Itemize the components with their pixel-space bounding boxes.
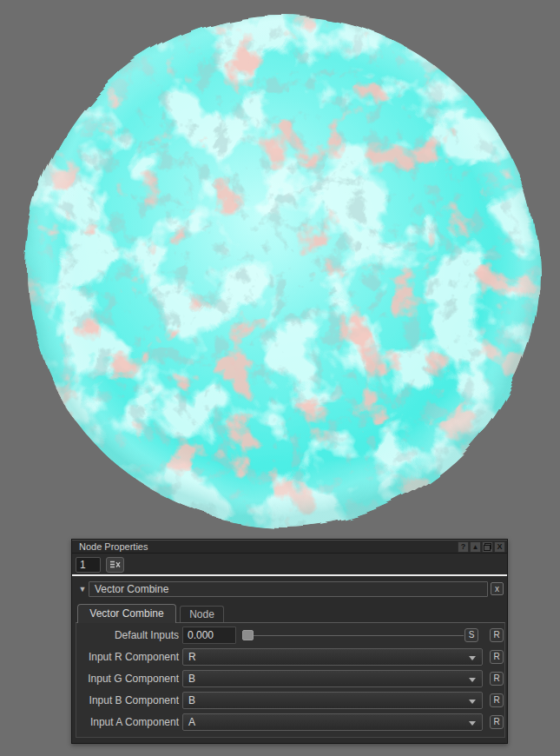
clear-list-icon xyxy=(109,560,121,569)
chevron-down-icon xyxy=(469,700,476,704)
field-label: Input B Component xyxy=(72,692,179,709)
3d-viewport[interactable] xyxy=(0,0,560,537)
default-inputs-row: Default Inputs 0.000 S R xyxy=(72,627,507,644)
dropdown-value: B xyxy=(188,673,195,685)
default-inputs-value-field[interactable]: 0.000 xyxy=(182,627,236,644)
field-label: Input A Component xyxy=(72,713,179,731)
close-icon[interactable]: X xyxy=(494,541,505,553)
help-icon[interactable]: ? xyxy=(458,541,469,553)
reset-button[interactable]: R xyxy=(490,715,504,729)
input-r-component-dropdown[interactable]: R xyxy=(182,648,483,666)
collapse-triangle-icon[interactable]: ▼ xyxy=(77,582,88,596)
chevron-down-icon xyxy=(469,678,476,682)
input-g-component-row: Input G Component B R xyxy=(72,670,507,687)
panel-titlebar[interactable]: Node Properties ? ▲ X xyxy=(72,540,507,554)
field-label: Default Inputs xyxy=(72,627,179,644)
reset-button[interactable]: R xyxy=(490,628,504,642)
chevron-down-icon xyxy=(469,721,476,726)
reset-button[interactable]: R xyxy=(490,650,504,664)
dropdown-value: A xyxy=(188,716,195,728)
chevron-down-icon xyxy=(469,656,476,660)
minimize-icon[interactable]: ▲ xyxy=(470,541,481,553)
panel-title: Node Properties xyxy=(79,541,148,553)
dropdown-value: R xyxy=(188,651,196,663)
input-b-component-dropdown[interactable]: B xyxy=(182,692,483,709)
field-label: Input G Component xyxy=(72,670,179,687)
sphere-object[interactable] xyxy=(0,0,560,537)
default-inputs-slider-handle[interactable] xyxy=(242,630,254,640)
dropdown-value: B xyxy=(188,694,195,706)
input-g-component-dropdown[interactable]: B xyxy=(182,670,483,687)
input-a-component-dropdown[interactable]: A xyxy=(182,713,483,731)
reset-button[interactable]: R xyxy=(490,693,504,707)
default-inputs-slider-track[interactable] xyxy=(245,635,464,636)
titlebar-buttons: ? ▲ X xyxy=(458,541,505,553)
node-properties-panel: Node Properties ? ▲ X ▼ Vector Combine x… xyxy=(71,539,508,744)
input-a-component-row: Input A Component A R xyxy=(72,713,507,731)
node-close-button[interactable]: x xyxy=(491,582,504,595)
panel-count-input[interactable] xyxy=(76,557,101,573)
input-b-component-row: Input B Component B R xyxy=(72,692,507,709)
overlapping-windows-icon xyxy=(484,543,491,551)
app-window: Node Properties ? ▲ X ▼ Vector Combine x… xyxy=(0,0,560,756)
panel-divider xyxy=(72,574,507,576)
input-r-component-row: Input R Component R R xyxy=(72,648,507,666)
float-icon[interactable] xyxy=(482,541,493,553)
tab-vector-combine[interactable]: Vector Combine xyxy=(77,604,176,623)
node-header-bar[interactable]: Vector Combine xyxy=(89,581,488,597)
tab-node[interactable]: Node xyxy=(180,606,224,623)
field-label: Input R Component xyxy=(72,648,179,666)
reset-button[interactable]: R xyxy=(490,672,504,686)
node-header-label: Vector Combine xyxy=(95,583,168,595)
clear-panels-button[interactable] xyxy=(106,557,124,573)
sample-button[interactable]: S xyxy=(464,628,478,642)
